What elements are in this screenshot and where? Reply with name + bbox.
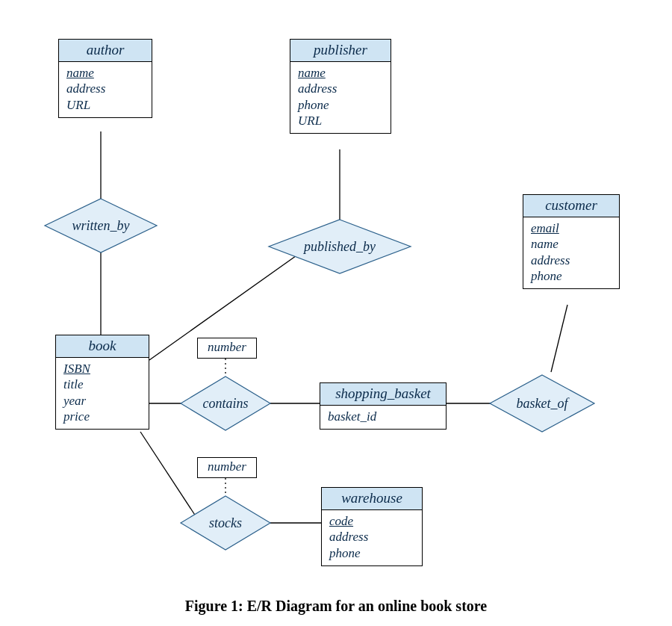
svg-line-8	[140, 432, 200, 523]
rel-published-by-label: published_by	[304, 239, 376, 255]
svg-line-7	[551, 305, 567, 372]
attr-customer-email: email	[531, 220, 612, 236]
er-diagram: author name address URL publisher name a…	[0, 0, 672, 626]
attr-publisher-address: address	[298, 81, 383, 96]
rel-contains-shape	[181, 376, 270, 430]
rel-written-by-label: written_by	[72, 218, 130, 234]
rel-basket-of-label: basket_of	[517, 396, 568, 412]
attr-customer-phone: phone	[531, 268, 612, 284]
attr-publisher-name: name	[298, 65, 383, 81]
entity-author-body: name address URL	[59, 62, 152, 117]
attr-publisher-url: URL	[298, 113, 383, 128]
figure-caption: Figure 1: E/R Diagram for an online book…	[0, 598, 672, 615]
entity-shopping-basket: shopping_basket basket_id	[320, 382, 447, 430]
rel-stocks-label: stocks	[209, 515, 242, 531]
entity-customer: customer email name address phone	[523, 194, 620, 289]
entity-customer-title: customer	[523, 195, 619, 217]
rel-contains-label: contains	[203, 396, 249, 412]
attr-author-url: URL	[66, 97, 144, 113]
entity-warehouse: warehouse code address phone	[321, 487, 423, 566]
entity-author: author name address URL	[58, 39, 152, 118]
attr-customer-name: name	[531, 236, 612, 252]
attr-publisher-phone: phone	[298, 97, 383, 113]
entity-shopping-basket-body: basket_id	[320, 406, 446, 429]
entity-shopping-basket-title: shopping_basket	[320, 383, 446, 406]
entity-warehouse-body: code address phone	[322, 510, 422, 565]
entity-publisher-title: publisher	[290, 40, 391, 62]
rel-stocks-shape	[181, 496, 270, 550]
entity-author-title: author	[59, 40, 152, 62]
rel-written-by-shape	[45, 199, 157, 252]
attr-shopping-basket-id: basket_id	[328, 409, 438, 424]
entity-publisher-body: name address phone URL	[290, 62, 391, 133]
attr-book-year: year	[63, 393, 141, 409]
attr-book-title: title	[63, 376, 141, 392]
entity-publisher: publisher name address phone URL	[290, 39, 391, 134]
entity-book-title: book	[56, 335, 149, 358]
entity-warehouse-title: warehouse	[322, 488, 422, 510]
attr-warehouse-code: code	[329, 513, 414, 529]
rel-published-by-shape	[269, 220, 411, 273]
attr-warehouse-phone: phone	[329, 545, 414, 561]
entity-customer-body: email name address phone	[523, 217, 619, 288]
entity-book-body: ISBN title year price	[56, 358, 149, 429]
relattr-stocks-number: number	[197, 457, 257, 478]
attr-author-address: address	[66, 81, 144, 96]
attr-warehouse-address: address	[329, 529, 414, 545]
attr-book-price: price	[63, 409, 141, 424]
attr-author-name: name	[66, 65, 144, 81]
rel-basket-of-shape	[490, 375, 594, 432]
attr-customer-address: address	[531, 252, 612, 268]
attr-book-isbn: ISBN	[63, 361, 141, 376]
relattr-contains-number: number	[197, 338, 257, 359]
entity-book: book ISBN title year price	[55, 335, 149, 430]
